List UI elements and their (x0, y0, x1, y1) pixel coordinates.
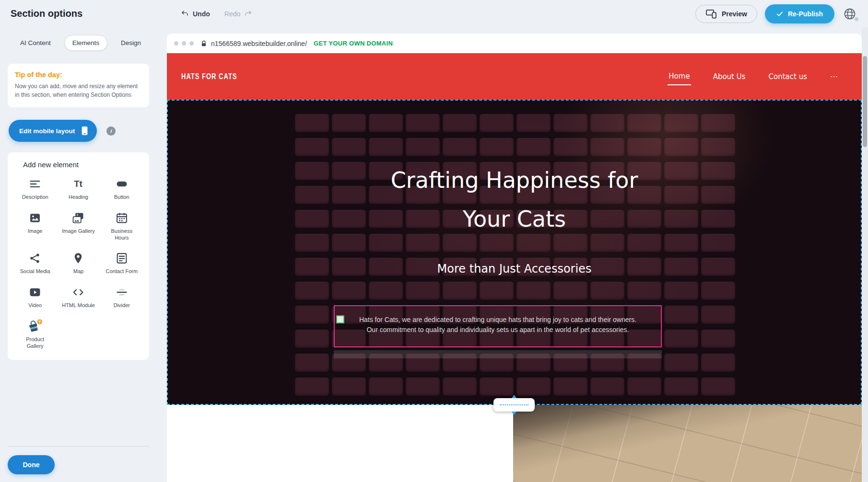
hero-tile (480, 114, 514, 132)
headline-line-2: Your Cats (168, 200, 861, 239)
paragraph-selection-box[interactable]: Hats for Cats, we are dedicated to craft… (334, 305, 662, 347)
hero-tile (590, 378, 624, 396)
page-title: Section options (11, 8, 82, 19)
hero-tile (443, 378, 477, 396)
info-icon[interactable]: i (106, 126, 116, 136)
hero-tile (443, 114, 477, 132)
hero-tile (627, 282, 661, 300)
redo-label: Redo (224, 10, 240, 18)
element-image-gallery[interactable]: Image Gallery (57, 210, 100, 241)
element-image[interactable]: Image (13, 210, 57, 241)
element-description[interactable]: Description (13, 176, 57, 201)
hero-tile (701, 378, 735, 396)
hero-tile (295, 330, 329, 348)
hero-tile (553, 378, 587, 396)
get-domain-link[interactable]: GET YOUR OWN DOMAIN (314, 40, 393, 47)
nav-contact-us[interactable]: Contact us (768, 69, 808, 85)
svg-text:Tt: Tt (74, 179, 83, 189)
tip-title: Tip of the day: (15, 71, 142, 79)
hero-subheadline[interactable]: More than Just Accessories (168, 262, 861, 275)
element-resize-handle[interactable] (336, 315, 344, 323)
topbar-actions: Preview Re-Publish (695, 4, 857, 23)
tab-design[interactable]: Design (113, 35, 149, 50)
hero-tile (590, 138, 624, 156)
resize-arrow-down-icon (512, 412, 516, 415)
hero-tile (295, 378, 329, 396)
tab-elements[interactable]: Elements (64, 35, 107, 51)
scrollbar-thumb[interactable] (863, 56, 867, 147)
hero-tile (369, 282, 403, 300)
tab-ai-content[interactable]: AI Content (12, 35, 59, 50)
hero-tile (332, 114, 366, 132)
globe-badge-dot (855, 17, 858, 21)
element-contact-form[interactable]: Contact Form (100, 251, 143, 275)
element-video[interactable]: Video (13, 285, 57, 309)
phone-icon (81, 126, 88, 136)
element-business-hours[interactable]: Business Hours (100, 210, 143, 241)
hero-tile (701, 354, 735, 372)
hero-tile (664, 330, 698, 348)
hero-tile (332, 282, 366, 300)
language-globe-button[interactable] (842, 6, 857, 22)
nav-more-button[interactable]: ⋯ (829, 68, 840, 85)
video-icon (28, 285, 42, 300)
edit-mobile-layout-button[interactable]: Edit mobile layout (9, 120, 97, 142)
map-pin-icon (71, 251, 85, 266)
hero-tile (701, 330, 735, 348)
sidebar-tabs: AI Content Elements Design (8, 34, 149, 51)
preview-devices-icon (705, 9, 717, 19)
paragraph-line-1: Hats for Cats, we are dedicated to craft… (335, 315, 661, 325)
hero-tile (295, 354, 329, 372)
hero-tile (332, 378, 366, 396)
undo-icon (181, 10, 189, 18)
done-button[interactable]: Done (8, 455, 55, 474)
edit-mobile-label: Edit mobile layout (19, 127, 75, 135)
hero-tile (590, 114, 624, 132)
element-button[interactable]: Button (100, 176, 143, 201)
section-resize-handle[interactable] (493, 398, 535, 412)
element-divider[interactable]: Divider (100, 285, 143, 309)
republish-button[interactable]: Re-Publish (765, 4, 834, 23)
hero-tile (590, 282, 624, 300)
hero-tile (664, 114, 698, 132)
scrollbar[interactable] (862, 27, 868, 482)
element-grid: Description Tt Heading Button (13, 176, 143, 349)
editor-canvas: n1566589.websitebuilder.online/ GET YOUR… (157, 27, 868, 482)
mobile-layout-row: Edit mobile layout i (8, 120, 149, 142)
hero-tile (295, 114, 329, 132)
element-map[interactable]: Map (57, 251, 100, 275)
element-social-media[interactable]: Social Media (13, 251, 57, 275)
hero-tile (627, 378, 661, 396)
preview-button[interactable]: Preview (695, 5, 757, 23)
hero-section[interactable]: Crafting Happiness for Your Cats More th… (167, 100, 862, 405)
element-product-gallery[interactable]: SHOP Product Gallery (13, 319, 57, 350)
image-icon (28, 210, 42, 226)
add-element-title: Add new element (13, 161, 143, 169)
history-controls: Undo Redo (181, 10, 252, 18)
resize-dotted-line (500, 404, 528, 405)
hero-tile (664, 306, 698, 324)
hero-tile (295, 282, 329, 300)
next-section (167, 405, 862, 482)
hero-tile (406, 138, 440, 156)
paragraph-line-2: Our commitment to quality and individual… (335, 325, 661, 335)
hero-headline[interactable]: Crafting Happiness for Your Cats (168, 161, 861, 239)
nav-about-us[interactable]: About Us (712, 69, 747, 85)
hero-tile (369, 378, 403, 396)
content: AI Content Elements Design Tip of the da… (0, 27, 868, 482)
check-icon (776, 11, 783, 17)
element-heading[interactable]: Tt Heading (57, 176, 100, 201)
hero-tile (406, 282, 440, 300)
element-html-module[interactable]: HTML Module (57, 285, 100, 309)
hero-tile (553, 138, 587, 156)
hero-tile (627, 138, 661, 156)
nav-home[interactable]: Home (668, 68, 691, 85)
hero-tile (443, 282, 477, 300)
hero-paragraph[interactable]: Hats for Cats, we are dedicated to craft… (335, 306, 661, 335)
hero-tile (406, 114, 440, 132)
hero-tile (480, 282, 514, 300)
site-header[interactable]: HATS FOR CATS Home About Us Contact us ⋯ (167, 53, 862, 100)
redo-button[interactable]: Redo (224, 10, 252, 18)
undo-button[interactable]: Undo (181, 10, 210, 18)
hero-tile (369, 114, 403, 132)
